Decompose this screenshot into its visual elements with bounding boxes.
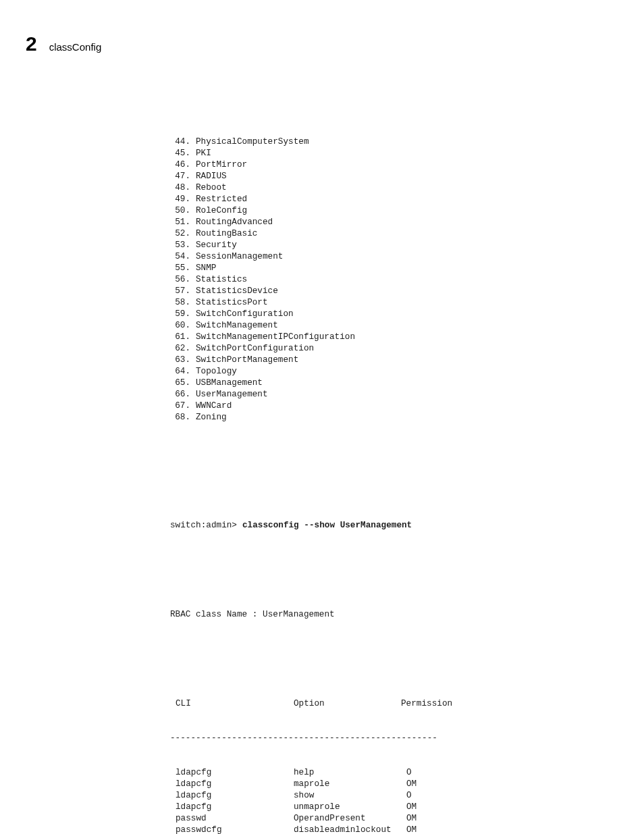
item-number: 56. xyxy=(170,273,190,285)
cell-cli: ldapcfg xyxy=(176,766,294,778)
column-header-permission: Permission xyxy=(401,698,452,709)
item-name: SessionManagement xyxy=(196,251,283,262)
item-name: SwitchManagement xyxy=(196,319,278,331)
item-name: PhysicalComputerSystem xyxy=(196,136,309,147)
item-number: 61. xyxy=(170,331,190,342)
item-name: USBManagement xyxy=(196,377,263,388)
item-number: 66. xyxy=(170,388,190,400)
item-number: 45. xyxy=(170,147,190,159)
list-item: 67.WWNCard xyxy=(170,400,618,411)
list-item: 62.SwitchPortConfiguration xyxy=(170,342,618,354)
item-name: Topology xyxy=(196,365,237,377)
list-item: 59.SwitchConfiguration xyxy=(170,308,618,319)
item-name: UserManagement xyxy=(196,388,268,400)
item-number: 51. xyxy=(170,216,190,228)
chapter-number: 2 xyxy=(26,34,37,54)
item-number: 48. xyxy=(170,182,190,193)
cell-option: disableadminlockout xyxy=(294,824,406,834)
column-header-option: Option xyxy=(294,698,401,709)
item-number: 53. xyxy=(170,239,190,251)
list-item: 55.SNMP xyxy=(170,262,618,273)
list-item: 65.USBManagement xyxy=(170,377,618,388)
item-number: 67. xyxy=(170,400,190,411)
cell-permission: OM xyxy=(406,812,417,824)
item-name: Zoning xyxy=(196,411,227,423)
section-title: classConfig xyxy=(49,41,102,53)
item-name: PKI xyxy=(196,147,211,159)
command-prompt: switch:admin> xyxy=(170,519,237,531)
list-item: 48.Reboot xyxy=(170,182,618,193)
item-number: 44. xyxy=(170,136,190,147)
item-name: SNMP xyxy=(196,262,216,273)
list-item: 64.Topology xyxy=(170,365,618,377)
rbac-class-name-line: RBAC class Name : UserManagement xyxy=(170,608,618,620)
item-name: SwitchManagementIPConfiguration xyxy=(196,331,355,342)
list-item: 52.RoutingBasic xyxy=(170,228,618,239)
list-item: 49.Restricted xyxy=(170,193,618,205)
list-item: 56.Statistics xyxy=(170,273,618,285)
table-row: passwdcfgdisableadminlockoutOM xyxy=(170,824,618,834)
cell-permission: OM xyxy=(406,778,417,789)
table-row: ldapcfgunmaproleOM xyxy=(170,801,618,812)
list-item: 46.PortMirror xyxy=(170,159,618,170)
item-name: PortMirror xyxy=(196,159,247,170)
column-header-cli: CLI xyxy=(176,698,294,709)
page-body: 44.PhysicalComputerSystem45.PKI46.PortMi… xyxy=(170,101,618,834)
item-number: 58. xyxy=(170,296,190,308)
cell-permission: OM xyxy=(406,824,417,834)
item-number: 68. xyxy=(170,411,190,423)
item-name: WWNCard xyxy=(196,400,232,411)
item-number: 65. xyxy=(170,377,190,388)
cell-option: OperandPresent xyxy=(294,812,406,824)
list-item: 44.PhysicalComputerSystem xyxy=(170,136,618,147)
item-name: StatisticsDevice xyxy=(196,285,278,296)
cell-option: help xyxy=(294,766,406,778)
cell-option: unmaprole xyxy=(294,801,406,812)
rbac-class-list: 44.PhysicalComputerSystem45.PKI46.PortMi… xyxy=(170,136,618,423)
item-number: 47. xyxy=(170,170,190,182)
item-number: 52. xyxy=(170,228,190,239)
item-number: 49. xyxy=(170,193,190,205)
item-number: 60. xyxy=(170,319,190,331)
item-name: Security xyxy=(196,239,237,251)
cell-cli: passwd xyxy=(176,812,294,824)
list-item: 68.Zoning xyxy=(170,411,618,423)
item-name: Restricted xyxy=(196,193,247,205)
item-number: 57. xyxy=(170,285,190,296)
item-number: 54. xyxy=(170,251,190,262)
cell-permission: O xyxy=(406,789,412,801)
item-name: Statistics xyxy=(196,273,247,285)
command-line: switch:admin> classconfig --show UserMan… xyxy=(170,496,618,554)
list-item: 51.RoutingAdvanced xyxy=(170,216,618,228)
item-name: SwitchPortManagement xyxy=(196,354,298,365)
item-number: 63. xyxy=(170,354,190,365)
item-number: 59. xyxy=(170,308,190,319)
cell-option: maprole xyxy=(294,778,406,789)
cell-permission: OM xyxy=(406,801,417,812)
list-item: 53.Security xyxy=(170,239,618,251)
table-row: passwdOperandPresentOM xyxy=(170,812,618,824)
item-name: SwitchConfiguration xyxy=(196,308,294,319)
list-item: 66.UserManagement xyxy=(170,388,618,400)
item-name: StatisticsPort xyxy=(196,296,268,308)
item-name: RoleConfig xyxy=(196,205,247,216)
list-item: 58.StatisticsPort xyxy=(170,296,618,308)
permission-table: CLI Option Permission ------------------… xyxy=(170,675,618,834)
list-item: 63.SwitchPortManagement xyxy=(170,354,618,365)
list-item: 50.RoleConfig xyxy=(170,205,618,216)
page-header: 2 classConfig xyxy=(26,34,618,54)
table-rule: ----------------------------------------… xyxy=(170,732,467,744)
page: 2 classConfig 44.PhysicalComputerSystem4… xyxy=(0,0,644,834)
table-body: ldapcfghelpOldapcfgmaproleOMldapcfgshowO… xyxy=(170,766,618,834)
cell-option: show xyxy=(294,789,406,801)
table-row: ldapcfghelpO xyxy=(170,766,618,778)
item-name: RoutingBasic xyxy=(196,228,257,239)
list-item: 61.SwitchManagementIPConfiguration xyxy=(170,331,618,342)
table-header: CLI Option Permission xyxy=(170,698,618,709)
table-row: ldapcfgshowO xyxy=(170,789,618,801)
command-text: classconfig --show UserManagement xyxy=(242,519,412,531)
cell-cli: ldapcfg xyxy=(176,778,294,789)
item-number: 55. xyxy=(170,262,190,273)
item-name: RoutingAdvanced xyxy=(196,216,273,228)
cell-permission: O xyxy=(406,766,412,778)
